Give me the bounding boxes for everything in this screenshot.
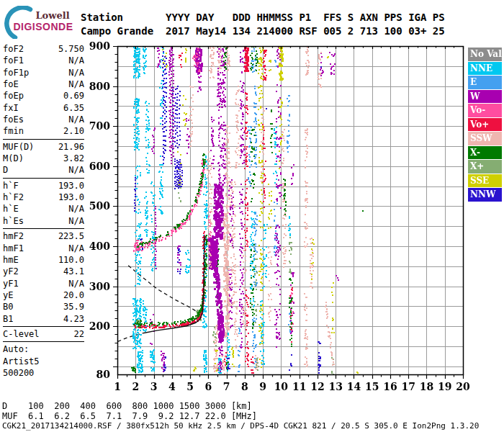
legend-item-noval: No Val	[468, 48, 502, 61]
legend-item-ssw: SSW	[468, 132, 502, 145]
legend-item-x-: X-	[468, 146, 502, 160]
footer-ionogram-info: CGK21_2017134214000.RSF / 380fx512h 50 k…	[2, 421, 479, 431]
legend-item-vo+: Vo+	[468, 118, 502, 132]
legend-item-sse: SSE	[468, 174, 502, 188]
legend-item-x+: X+	[468, 160, 502, 174]
muf-row: MUF 6.1 6.2 6.5 7.1 7.9 9.2 12.7 22.0 [M…	[2, 411, 257, 421]
legend-item-vo-: Vo-	[468, 104, 502, 117]
echo-direction-legend: No ValNNEEWVo-Vo+SSWX-X+SSENNW	[468, 48, 502, 202]
digisonde-ionogram-app: Lowell DIGISONDE Station YYYY DAY DDD HH…	[0, 0, 504, 432]
legend-item-e: E	[468, 76, 502, 89]
legend-item-w: W	[468, 90, 502, 104]
legend-item-nne: NNE	[468, 62, 502, 76]
ionogram-plot-canvas	[0, 0, 504, 432]
legend-item-nnw: NNW	[468, 188, 502, 202]
d-distance-row: D 100 200 400 600 800 1000 1500 3000 [km…	[2, 401, 252, 411]
